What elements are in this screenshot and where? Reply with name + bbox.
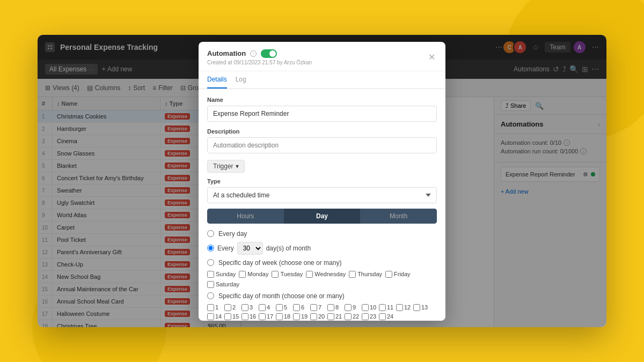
- name-input[interactable]: [207, 106, 437, 122]
- trigger-section: Trigger ▾: [207, 160, 437, 173]
- num-checkbox[interactable]: [276, 313, 283, 320]
- modal-title-row: Automation ○: [207, 49, 426, 58]
- description-input[interactable]: [207, 137, 437, 153]
- modal-body: Name Description Trigger ▾ Type At a s: [199, 89, 445, 321]
- number-label[interactable]: 21: [327, 313, 342, 320]
- number-label[interactable]: 3: [241, 304, 257, 311]
- day-label[interactable]: Saturday: [207, 281, 239, 288]
- week-days-grid: Sunday Monday Tuesday Wednesday Thursday…: [207, 271, 437, 288]
- days-of-month-text: day(s) of month: [266, 245, 311, 252]
- modal-subtitle: Created at 09/11/2023 21:57 by Arzu Özka…: [207, 60, 426, 65]
- day-label[interactable]: Monday: [239, 271, 268, 278]
- modal-title: Automation: [207, 49, 246, 57]
- specific-week-row: Specific day of week (choose one or many…: [207, 259, 437, 267]
- number-label[interactable]: 16: [241, 313, 257, 320]
- every-n-row: Every 30 day(s) of month: [207, 242, 437, 255]
- num-checkbox[interactable]: [345, 304, 352, 311]
- num-checkbox[interactable]: [362, 313, 369, 320]
- num-checkbox[interactable]: [276, 304, 283, 311]
- num-checkbox[interactable]: [259, 313, 266, 320]
- month-numbers-grid: 1 2 3 4 5 6 7 8 9 10 11 12 13 14 15 16 1…: [207, 304, 437, 320]
- number-label[interactable]: 17: [259, 313, 274, 320]
- num-checkbox[interactable]: [259, 304, 266, 311]
- day-label[interactable]: Thursday: [349, 271, 382, 278]
- num-checkbox[interactable]: [207, 304, 214, 311]
- modal-header: Automation ○ Created at 09/11/2023 21:57…: [199, 42, 445, 71]
- number-label[interactable]: 9: [345, 304, 360, 311]
- day-label[interactable]: Friday: [385, 271, 411, 278]
- num-checkbox[interactable]: [379, 313, 386, 320]
- day-label[interactable]: Tuesday: [272, 271, 303, 278]
- num-checkbox[interactable]: [293, 313, 300, 320]
- specific-week-radio[interactable]: [207, 259, 214, 266]
- modal-close-button[interactable]: ✕: [426, 52, 437, 63]
- num-checkbox[interactable]: [362, 304, 369, 311]
- day-checkbox[interactable]: [272, 271, 279, 278]
- number-label[interactable]: 11: [379, 304, 394, 311]
- specific-week-label: Specific day of week (choose one or many…: [218, 259, 341, 267]
- specific-month-label: Specific day of month (choose one or man…: [218, 292, 345, 300]
- day-checkbox[interactable]: [349, 271, 356, 278]
- day-label[interactable]: Sunday: [207, 271, 236, 278]
- number-label[interactable]: 4: [259, 304, 274, 311]
- num-checkbox[interactable]: [310, 313, 317, 320]
- number-label[interactable]: 19: [293, 313, 308, 320]
- num-checkbox[interactable]: [224, 304, 231, 311]
- day-checkbox[interactable]: [207, 281, 214, 288]
- modal-title-area: Automation ○ Created at 09/11/2023 21:57…: [207, 49, 426, 65]
- tab-log[interactable]: Log: [236, 71, 246, 88]
- num-checkbox[interactable]: [241, 313, 248, 320]
- every-day-radio[interactable]: [207, 230, 214, 237]
- every-n-radio[interactable]: [207, 245, 214, 252]
- num-checkbox[interactable]: [327, 304, 334, 311]
- day-checkbox[interactable]: [207, 271, 214, 278]
- num-checkbox[interactable]: [207, 313, 214, 320]
- num-checkbox[interactable]: [310, 304, 317, 311]
- toggle-off-icon: ○: [250, 50, 257, 57]
- tab-details[interactable]: Details: [207, 71, 227, 88]
- number-label[interactable]: 12: [396, 304, 411, 311]
- num-checkbox[interactable]: [345, 313, 352, 320]
- day-label[interactable]: Wednesday: [306, 271, 346, 278]
- number-label[interactable]: 2: [224, 304, 239, 311]
- automation-modal: Automation ○ Created at 09/11/2023 21:57…: [199, 42, 445, 321]
- schedule-tabs: Hours Day Month: [207, 209, 437, 224]
- day-checkbox[interactable]: [385, 271, 392, 278]
- day-checkbox[interactable]: [306, 271, 313, 278]
- number-label[interactable]: 1: [207, 304, 222, 311]
- num-checkbox[interactable]: [293, 304, 300, 311]
- num-checkbox[interactable]: [379, 304, 386, 311]
- automation-toggle[interactable]: [261, 49, 277, 58]
- num-checkbox[interactable]: [396, 304, 403, 311]
- number-label[interactable]: 10: [362, 304, 377, 311]
- num-checkbox[interactable]: [413, 304, 420, 311]
- number-label[interactable]: 8: [327, 304, 342, 311]
- num-checkbox[interactable]: [241, 304, 248, 311]
- every-select[interactable]: 30: [237, 242, 263, 255]
- every-text: Every: [217, 245, 234, 252]
- tab-day[interactable]: Day: [284, 209, 361, 224]
- number-label[interactable]: 18: [276, 313, 291, 320]
- tab-month[interactable]: Month: [360, 209, 437, 224]
- day-checkbox[interactable]: [239, 271, 246, 278]
- number-label[interactable]: 13: [413, 304, 428, 311]
- specific-month-radio[interactable]: [207, 292, 214, 299]
- app-window: Personal Expense Tracking ··· C A ☆ Team…: [38, 35, 606, 327]
- num-checkbox[interactable]: [327, 313, 334, 320]
- trigger-button[interactable]: Trigger ▾: [207, 160, 245, 173]
- number-label[interactable]: 20: [310, 313, 325, 320]
- number-label[interactable]: 14: [207, 313, 222, 320]
- modal-tabs: Details Log: [199, 71, 445, 89]
- number-label[interactable]: 23: [362, 313, 377, 320]
- type-select[interactable]: At a scheduled time: [207, 187, 437, 203]
- tab-hours[interactable]: Hours: [207, 209, 284, 224]
- number-label[interactable]: 5: [276, 304, 291, 311]
- number-label[interactable]: 6: [293, 304, 308, 311]
- number-label[interactable]: 24: [379, 313, 394, 320]
- number-label[interactable]: 15: [224, 313, 239, 320]
- number-label[interactable]: 7: [310, 304, 325, 311]
- number-label[interactable]: 22: [345, 313, 360, 320]
- specific-month-row: Specific day of month (choose one or man…: [207, 292, 437, 300]
- num-checkbox[interactable]: [224, 313, 231, 320]
- name-label: Name: [207, 97, 437, 103]
